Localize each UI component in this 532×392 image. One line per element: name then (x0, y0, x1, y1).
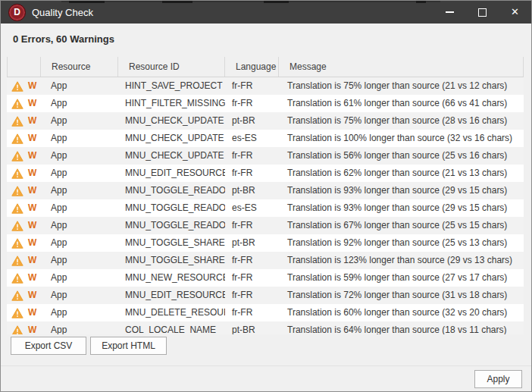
language-cell: es-ES (225, 130, 279, 147)
resource-cell: App (41, 95, 118, 112)
table-row[interactable]: W App MNU_TOGGLE_SHARED pt-BR Translatio… (7, 234, 524, 252)
table-row[interactable]: W App MNU_CHECK_UPDATE es-ES Translation… (7, 130, 524, 147)
table-row[interactable]: W App MNU_TOGGLE_READON pt-BR Translatio… (7, 182, 524, 199)
language-cell: fr-FR (225, 165, 279, 182)
table-row[interactable]: W App MNU_TOGGLE_SHARED fr-FR Translatio… (7, 252, 524, 269)
warning-triangle-icon (11, 203, 23, 214)
language-cell: pt-BR (225, 112, 279, 130)
severity-cell: W (7, 234, 41, 252)
language-cell: pt-BR (225, 182, 279, 199)
severity-cell: W (7, 252, 41, 269)
warning-triangle-icon (11, 290, 23, 301)
resource-id-cell: MNU_CHECK_UPDATE (118, 112, 225, 130)
table-row[interactable]: W App HINT_FILTER_MISSING fr-FR Translat… (7, 95, 524, 112)
column-header-resource-id[interactable]: Resource ID (118, 57, 225, 77)
backdrop-window-edge (61, 1, 440, 2)
warning-triangle-icon (11, 116, 23, 127)
message-cell: Translation is 123% longer than source (… (279, 252, 524, 269)
backdrop-fragment (69, 1, 105, 3)
severity-cell: W (7, 304, 41, 321)
table-header: Resource Resource ID Language Message (7, 57, 524, 77)
quality-check-table: Resource Resource ID Language Message W … (7, 57, 524, 334)
app-logo-icon: D (8, 4, 26, 21)
resource-id-cell: HINT_SAVE_PROJECT (118, 77, 225, 95)
table-row[interactable]: W App HINT_SAVE_PROJECT fr-FR Translatio… (7, 77, 524, 95)
language-cell: pt-BR (225, 321, 279, 334)
language-cell: fr-FR (225, 269, 279, 287)
resource-cell: App (41, 234, 118, 252)
severity-cell: W (7, 95, 41, 112)
message-cell: Translation is 100% longer than source (… (279, 130, 524, 147)
language-cell: fr-FR (225, 77, 279, 95)
severity-cell: W (7, 321, 41, 334)
minimize-icon (446, 11, 454, 13)
severity-cell: W (7, 269, 41, 287)
language-cell: fr-FR (225, 147, 279, 165)
resource-cell: App (41, 217, 118, 234)
maximize-icon (478, 8, 487, 17)
resource-cell: App (41, 199, 118, 217)
language-cell: fr-FR (225, 95, 279, 112)
language-cell: pt-BR (225, 234, 279, 252)
resource-id-cell: MNU_TOGGLE_SHARED (118, 234, 225, 252)
table-row[interactable]: W App MNU_CHECK_UPDATE fr-FR Translation… (7, 147, 524, 165)
resource-cell: App (41, 165, 118, 182)
severity-cell: W (7, 287, 41, 304)
apply-button[interactable]: Apply (474, 370, 522, 388)
title-bar: D Quality Check ✕ (1, 1, 531, 24)
column-header-message[interactable]: Message (279, 57, 524, 77)
table-row[interactable]: W App MNU_DELETE_RESOURCI fr-FR Translat… (7, 304, 524, 321)
warning-letter-badge: W (28, 147, 36, 165)
table-row[interactable]: W App MNU_TOGGLE_READON fr-FR Translatio… (7, 217, 524, 234)
severity-cell: W (7, 112, 41, 130)
quality-check-dialog: D Quality Check ✕ 0 Errors, 60 Warnings … (0, 0, 532, 392)
warning-triangle-icon (11, 221, 23, 231)
resource-cell: App (41, 287, 118, 304)
backdrop-fragment (162, 1, 192, 3)
warning-triangle-icon (11, 325, 23, 335)
close-button[interactable]: ✕ (499, 1, 531, 24)
resource-cell: App (41, 112, 118, 130)
resource-id-cell: MNU_TOGGLE_SHARED (118, 252, 225, 269)
export-csv-button[interactable]: Export CSV (11, 337, 86, 355)
column-header-severity[interactable] (7, 57, 41, 77)
language-cell: fr-FR (225, 217, 279, 234)
column-header-language[interactable]: Language (225, 57, 279, 77)
warning-triangle-icon (11, 186, 23, 196)
severity-cell: W (7, 130, 41, 147)
warning-letter-badge: W (28, 199, 36, 217)
export-html-button[interactable]: Export HTML (90, 337, 167, 355)
table-row[interactable]: W App MNU_EDIT_RESOURCE fr-FR Translatio… (7, 165, 524, 182)
language-cell: fr-FR (225, 287, 279, 304)
severity-cell: W (7, 147, 41, 165)
warning-triangle-icon (11, 81, 23, 92)
resource-cell: App (41, 182, 118, 199)
warning-triangle-icon (11, 99, 23, 109)
table-row[interactable]: W App MNU_TOGGLE_READON es-ES Translatio… (7, 199, 524, 217)
resource-id-cell: MNU_TOGGLE_READON (118, 182, 225, 199)
table-row[interactable]: W App MNU_EDIT_RESOURCE_IT fr-FR Transla… (7, 287, 524, 304)
error-warning-summary: 0 Errors, 60 Warnings (13, 33, 114, 45)
warning-letter-badge: W (28, 321, 36, 334)
warning-letter-badge: W (28, 112, 36, 130)
resource-cell: App (41, 147, 118, 165)
maximize-button[interactable] (466, 1, 499, 24)
resource-cell: App (41, 130, 118, 147)
warning-letter-badge: W (28, 182, 36, 199)
severity-cell: W (7, 199, 41, 217)
resource-id-cell: MNU_EDIT_RESOURCE (118, 165, 225, 182)
resource-id-cell: MNU_TOGGLE_READON (118, 199, 225, 217)
table-row[interactable]: W App COL_LOCALE_NAME pt-BR Translation … (7, 321, 524, 334)
resource-id-cell: MNU_CHECK_UPDATE (118, 147, 225, 165)
resource-cell: App (41, 252, 118, 269)
warning-letter-badge: W (28, 130, 36, 147)
table-row[interactable]: W App MNU_CHECK_UPDATE pt-BR Translation… (7, 112, 524, 130)
warning-letter-badge: W (28, 304, 36, 321)
warning-triangle-icon (11, 238, 23, 249)
column-header-resource[interactable]: Resource (41, 57, 118, 77)
table-row[interactable]: W App MNU_NEW_RESOURCE_I fr-FR Translati… (7, 269, 524, 287)
message-cell: Translation is 75% longer than source (2… (279, 112, 524, 130)
message-cell: Translation is 92% longer than source (2… (279, 234, 524, 252)
message-cell: Translation is 93% longer than source (2… (279, 199, 524, 217)
minimize-button[interactable] (433, 1, 466, 24)
